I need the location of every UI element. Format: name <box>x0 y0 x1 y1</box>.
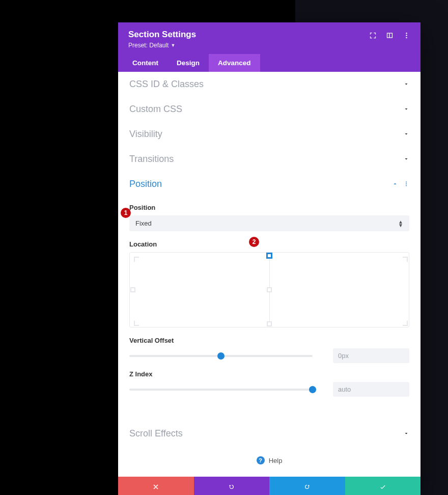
annotation-badge-1: 1 <box>121 208 131 218</box>
accordion-transitions[interactable]: Transitions <box>118 147 421 172</box>
position-field-label: Position <box>129 204 409 211</box>
help-link[interactable]: ? Help <box>118 446 421 477</box>
location-middle-left[interactable] <box>130 287 135 292</box>
accordion-visibility[interactable]: Visibility <box>118 122 421 147</box>
preset-label: Preset: Default <box>128 42 169 49</box>
accordion-css[interactable]: CSS ID & Classes <box>118 72 421 97</box>
vertical-offset-slider[interactable] <box>129 355 313 357</box>
expand-icon[interactable] <box>369 32 377 41</box>
accordion-custom-css[interactable]: Custom CSS <box>118 97 421 122</box>
location-field-label: Location <box>129 240 409 248</box>
accordion-title: Visibility <box>129 129 162 140</box>
slider-thumb[interactable] <box>309 386 316 393</box>
accordion-scroll-effects[interactable]: Scroll Effects <box>118 421 421 446</box>
chevron-up-icon <box>392 180 398 189</box>
settings-panel: Section Settings Preset: Default ▼ Conte… <box>118 22 421 495</box>
help-label: Help <box>269 457 283 464</box>
position-select[interactable]: Fixed ▲▼ <box>129 215 409 231</box>
tab-content[interactable]: Content <box>123 54 167 72</box>
svg-point-2 <box>406 37 407 39</box>
svg-point-5 <box>406 185 407 186</box>
chevron-down-icon <box>403 155 409 164</box>
location-top-center[interactable] <box>266 253 272 259</box>
save-button[interactable] <box>345 477 421 495</box>
location-bottom-center[interactable] <box>267 321 272 326</box>
position-select-value: Fixed <box>135 219 152 227</box>
vertical-offset-row: 0px <box>129 348 409 363</box>
tab-design[interactable]: Design <box>167 54 209 72</box>
accordion-position[interactable]: Position <box>118 172 421 197</box>
select-arrows-icon: ▲▼ <box>398 220 403 227</box>
help-icon: ? <box>257 456 265 464</box>
location-bottom-right[interactable] <box>403 321 408 326</box>
chevron-down-icon <box>403 80 409 89</box>
location-center[interactable] <box>267 287 272 292</box>
sidebar-toggle-icon[interactable] <box>386 32 394 41</box>
chevron-down-icon <box>403 429 409 438</box>
location-top-right[interactable] <box>403 257 408 262</box>
cancel-button[interactable] <box>118 477 194 495</box>
tabs: Content Design Advanced <box>118 54 421 72</box>
redo-button[interactable] <box>269 477 345 495</box>
chevron-down-icon <box>403 105 409 114</box>
panel-header: Section Settings Preset: Default ▼ <box>118 22 421 54</box>
undo-button[interactable] <box>194 477 270 495</box>
svg-point-3 <box>406 181 407 182</box>
location-top-left[interactable] <box>134 257 139 262</box>
location-grid[interactable] <box>129 252 409 327</box>
caret-down-icon: ▼ <box>171 43 175 48</box>
accordion-title: Transitions <box>129 154 174 164</box>
svg-point-1 <box>406 35 407 36</box>
kebab-icon[interactable] <box>403 32 410 41</box>
panel-footer <box>118 477 421 495</box>
preset-dropdown[interactable]: Preset: Default ▼ <box>128 42 196 49</box>
accordion-title: Position <box>129 179 162 189</box>
z-index-label: Z Index <box>129 370 409 378</box>
title-block: Section Settings Preset: Default ▼ <box>128 30 196 49</box>
header-icons <box>369 32 410 41</box>
chevron-down-icon <box>403 130 409 139</box>
panel-title: Section Settings <box>128 30 196 40</box>
svg-point-0 <box>406 33 407 34</box>
accordion-title: Custom CSS <box>129 104 182 115</box>
slider-thumb[interactable] <box>217 352 225 360</box>
tab-advanced[interactable]: Advanced <box>209 54 260 72</box>
svg-point-4 <box>406 183 407 184</box>
accordion-title: CSS ID & Classes <box>129 79 204 90</box>
panel-body: CSS ID & Classes Custom CSS Visibility T… <box>118 72 421 477</box>
vertical-offset-value[interactable]: 0px <box>333 348 409 363</box>
position-section: Position Fixed ▲▼ Location Vertical Offs… <box>118 197 421 411</box>
vertical-offset-label: Vertical Offset <box>129 337 409 344</box>
accordion-title: Scroll Effects <box>129 428 183 439</box>
z-index-row: auto <box>129 382 409 397</box>
location-bottom-left[interactable] <box>134 321 139 326</box>
annotation-badge-2: 2 <box>249 237 259 247</box>
z-index-slider[interactable] <box>129 389 313 391</box>
z-index-value[interactable]: auto <box>333 382 409 397</box>
section-kebab-icon[interactable] <box>403 180 409 189</box>
